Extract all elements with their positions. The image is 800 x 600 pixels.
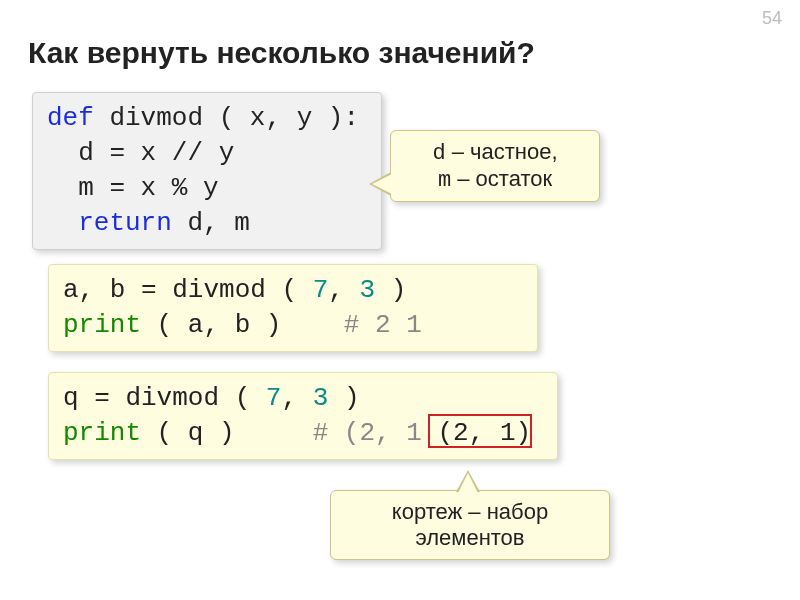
- callout-quotient-remainder: d – частное, m – остаток: [390, 130, 600, 202]
- callout-line: d – частное,: [405, 139, 585, 166]
- code-line: m = x % y: [47, 173, 219, 203]
- code-comment: # (2, 1: [313, 418, 422, 448]
- page-title: Как вернуть несколько значений?: [28, 36, 535, 70]
- kw-def: def: [47, 103, 94, 133]
- callout-tail-fill: [372, 174, 392, 194]
- code-return-args: d, m: [172, 208, 250, 238]
- callout-line: m – остаток: [405, 166, 585, 193]
- code-line: d = x // y: [47, 138, 234, 168]
- kw-print: print: [63, 310, 141, 340]
- num-literal: 7: [266, 383, 282, 413]
- code-line: a, b = divmod (: [63, 275, 313, 305]
- callout-text: – частное,: [446, 139, 558, 164]
- page-number: 54: [762, 8, 782, 29]
- callout-tuple-definition: кортеж – набор элементов: [330, 490, 610, 560]
- code-text: ): [328, 383, 359, 413]
- code-text: ): [375, 275, 406, 305]
- callout-tail-fill: [458, 473, 478, 493]
- code-block-tuple-unpacking: a, b = divmod ( 7, 3 ) print ( a, b ) # …: [48, 264, 538, 352]
- callout-mono: d: [432, 141, 445, 166]
- code-text: ,: [281, 383, 312, 413]
- code-text: ( q ): [141, 418, 313, 448]
- code-text: ( a, b ): [141, 310, 344, 340]
- code-block-function-def: def divmod ( x, y ): d = x // y m = x % …: [32, 92, 382, 250]
- num-literal: 3: [359, 275, 375, 305]
- code-comment: # 2 1: [344, 310, 422, 340]
- highlight-box: [428, 414, 532, 448]
- code-line: q = divmod (: [63, 383, 266, 413]
- code-fn-sig: divmod ( x, y ):: [94, 103, 359, 133]
- num-literal: 3: [313, 383, 329, 413]
- kw-print: print: [63, 418, 141, 448]
- code-text: ,: [328, 275, 359, 305]
- callout-mono: m: [438, 168, 451, 193]
- num-literal: 7: [313, 275, 329, 305]
- kw-return: return: [47, 208, 172, 238]
- callout-text: – остаток: [451, 166, 552, 191]
